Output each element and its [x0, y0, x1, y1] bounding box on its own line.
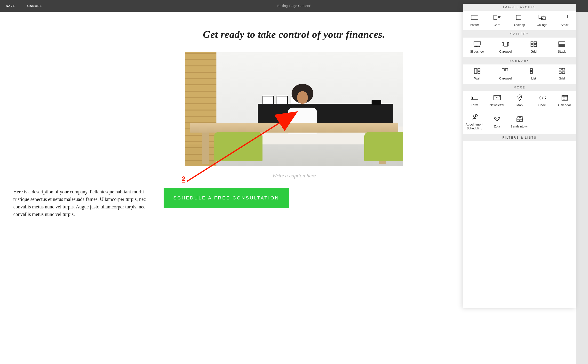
cancel-button[interactable]: CANCEL: [27, 4, 42, 8]
grid-icon: [530, 41, 537, 47]
block-wall[interactable]: Wall: [463, 64, 491, 84]
block-summary-grid[interactable]: Grid: [548, 64, 576, 84]
svg-rect-14: [474, 42, 481, 45]
svg-rect-6: [516, 15, 521, 20]
block-stack[interactable]: Stack: [553, 11, 576, 30]
svg-rect-27: [559, 46, 565, 47]
card-icon: [493, 15, 501, 20]
block-overlap[interactable]: Overlap: [508, 11, 531, 30]
svg-rect-23: [534, 42, 537, 44]
svg-rect-71: [521, 117, 522, 118]
svg-point-60: [566, 98, 566, 98]
svg-rect-29: [478, 69, 480, 71]
svg-rect-48: [562, 72, 565, 73]
wall-icon: [474, 68, 481, 74]
svg-point-62: [564, 99, 565, 99]
svg-rect-70: [519, 117, 521, 118]
summary-carousel-icon: [502, 68, 509, 74]
svg-rect-15: [475, 46, 476, 47]
svg-rect-32: [505, 69, 508, 71]
block-carousel[interactable]: Carousel: [491, 38, 519, 57]
svg-rect-24: [531, 45, 533, 47]
editing-status: Editing 'Page Content': [277, 4, 311, 8]
svg-rect-21: [508, 42, 509, 46]
svg-point-59: [564, 98, 565, 98]
svg-point-61: [563, 99, 564, 99]
gallery-stack-icon: [558, 41, 565, 47]
section-image-layouts: IMAGE LAYOUTS: [463, 4, 576, 11]
svg-rect-19: [502, 42, 503, 46]
block-list[interactable]: List: [520, 64, 548, 84]
company-description[interactable]: Here is a description of your company. P…: [13, 188, 154, 218]
svg-rect-11: [562, 15, 567, 18]
svg-rect-3: [494, 15, 497, 20]
form-icon: [471, 95, 478, 100]
list-icon: [530, 68, 537, 74]
map-icon: [516, 95, 523, 100]
section-gallery: GALLERY: [463, 30, 576, 38]
svg-point-58: [563, 98, 564, 98]
block-code[interactable]: Code: [531, 91, 553, 111]
summary-grid-icon: [558, 68, 565, 74]
overlap-icon: [516, 15, 523, 20]
svg-rect-44: [562, 68, 565, 70]
block-zola[interactable]: Zola: [486, 111, 508, 134]
svg-line-53: [542, 96, 543, 100]
section-summary: SUMMARY: [463, 57, 576, 64]
collage-icon: [539, 15, 546, 20]
svg-rect-0: [471, 15, 478, 20]
svg-point-63: [566, 99, 566, 99]
svg-rect-22: [531, 42, 533, 44]
slideshow-icon: [474, 41, 481, 47]
block-bandsintown[interactable]: Bandsintown: [508, 111, 531, 134]
calendar-icon: [561, 95, 568, 100]
hero-image[interactable]: [185, 52, 403, 166]
block-map[interactable]: Map: [508, 91, 531, 111]
block-calendar[interactable]: Calendar: [553, 91, 576, 111]
block-collage[interactable]: Collage: [531, 11, 553, 30]
svg-rect-10: [541, 17, 545, 20]
block-gallery-stack[interactable]: Stack: [548, 38, 576, 57]
svg-rect-18: [479, 46, 480, 47]
block-picker-panel: IMAGE LAYOUTS Poster Card Overlap Collag…: [463, 4, 576, 308]
svg-rect-26: [559, 42, 565, 45]
svg-rect-25: [534, 45, 537, 47]
newsletter-icon: [493, 95, 501, 100]
block-grid[interactable]: Grid: [520, 38, 548, 57]
svg-rect-17: [477, 46, 478, 47]
svg-rect-16: [476, 46, 477, 47]
cta-button[interactable]: SCHEDULE A FREE CONSULTATION: [164, 188, 289, 208]
svg-rect-20: [504, 42, 508, 46]
section-more: MORE: [463, 84, 576, 91]
block-slideshow[interactable]: Slideshow: [463, 38, 491, 57]
block-form[interactable]: Form: [463, 91, 486, 111]
bandsintown-icon: [516, 116, 523, 122]
section-filters-lists: FILTERS & LISTS: [463, 134, 576, 141]
svg-rect-40: [530, 71, 532, 73]
svg-rect-31: [502, 69, 504, 71]
stack-icon: [561, 15, 568, 20]
annotation-number: 2: [182, 175, 185, 183]
zola-icon: [493, 116, 501, 122]
svg-rect-37: [530, 69, 532, 71]
svg-rect-69: [518, 117, 519, 118]
svg-rect-30: [478, 71, 480, 73]
block-summary-carousel[interactable]: Carousel: [491, 64, 519, 84]
svg-point-52: [519, 96, 520, 97]
block-card[interactable]: Card: [486, 11, 508, 30]
block-appointment-scheduling[interactable]: Appointment Scheduling: [463, 111, 486, 134]
right-scroll-gutter: [576, 0, 588, 364]
svg-rect-28: [474, 69, 477, 73]
svg-rect-47: [559, 72, 561, 73]
poster-icon: [471, 15, 478, 20]
code-icon: [539, 95, 546, 100]
save-button[interactable]: SAVE: [6, 4, 15, 8]
block-newsletter[interactable]: Newsletter: [486, 91, 508, 111]
appointment-icon: [471, 114, 478, 120]
block-poster[interactable]: Poster: [463, 11, 486, 30]
svg-rect-43: [559, 68, 561, 70]
carousel-icon: [502, 41, 509, 47]
